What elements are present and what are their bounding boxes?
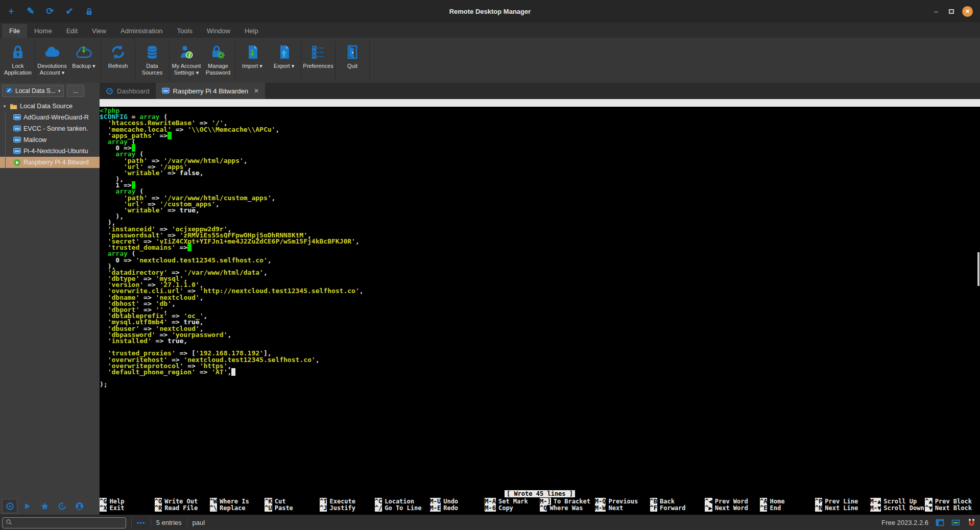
terminal-line: ), (100, 176, 980, 182)
ribbon-manage-password-button[interactable]: ManagePassword (202, 40, 234, 82)
nano-shortcut-next-block: ^▼Next Block (925, 505, 980, 512)
nano-shortcut-label: Redo (443, 505, 458, 512)
tree-item-mailcow[interactable]: SSHMailcow (0, 134, 100, 146)
lock-small-icon[interactable] (84, 6, 94, 16)
connections-icon[interactable] (2, 499, 17, 513)
nano-shortcut-label: Scroll Up (883, 498, 917, 505)
ribbon-separator (101, 41, 101, 81)
tree-root-local-data-source[interactable]: ▾Local Data Source (0, 101, 100, 112)
terminal-line: 'url' => '/custom_apps', (100, 201, 980, 207)
tab-raspberry-pi-4-bitwarden[interactable]: SSHRaspberry Pi 4 Bitwarden✕ (156, 83, 265, 99)
nano-shortcut-label: Forward (660, 505, 686, 512)
tab-close-icon[interactable]: ✕ (254, 87, 259, 94)
magnet-icon[interactable] (967, 518, 976, 527)
nano-shortcut-end: ^EEnd (760, 505, 815, 512)
nano-shortcut-key: M-U (430, 498, 441, 505)
terminal-line: 'url' => '/apps', (100, 164, 980, 170)
menu-home[interactable]: Home (27, 24, 59, 38)
tree-item-adguard-wireguard-r[interactable]: SSHAdGuard-WireGuard-R (0, 112, 100, 123)
tree-item-evcc-sonne-tanken-[interactable]: SSHEVCC - Sonne tanken. (0, 123, 100, 134)
ribbon-data-sources-button[interactable]: DataSources (136, 40, 168, 82)
nano-shortcut-key: ^F (650, 505, 657, 512)
nano-shortcut-exit: ^XExit (100, 505, 155, 512)
ribbon-lock-application-button[interactable]: LockApplication (2, 40, 34, 82)
checkin-icon[interactable]: ✔ (64, 6, 75, 16)
nano-shortcut-label: Set Mark (498, 498, 528, 505)
userinfo-icon: i (178, 43, 195, 61)
favorites-icon[interactable] (37, 499, 52, 513)
terminal-scrollbar-thumb[interactable] (977, 252, 979, 286)
search-input[interactable] (14, 519, 123, 526)
maximize-button[interactable] (949, 9, 954, 14)
terminal-line: 'default_phone_region' => 'AT', (100, 369, 980, 375)
nano-shortcut-label: To Bracket (554, 498, 590, 505)
menu-file[interactable]: File (2, 24, 27, 38)
statusbar-more-button[interactable]: ••• (137, 519, 146, 526)
terminal-line: 'dbtype' => 'mysql', (100, 276, 980, 282)
statusbar-toggle-icon[interactable] (951, 518, 960, 527)
recent-icon (58, 502, 66, 511)
terminal-line: 'datadirectory' => '/var/www/html/data', (100, 270, 980, 276)
ribbon-devolutions-account-button[interactable]: DevolutionsAccount ▾ (36, 40, 68, 82)
menu-edit[interactable]: Edit (59, 24, 85, 38)
caret-down-icon[interactable]: ▾ (2, 104, 7, 109)
layout-icon[interactable] (936, 518, 944, 527)
search-icon (6, 518, 12, 527)
menu-window[interactable]: Window (200, 24, 237, 38)
ribbon-export-button[interactable]: Export ▾ (268, 40, 300, 82)
nano-shortcut-label: Back (660, 498, 675, 505)
sidebar-more-button[interactable]: ... (67, 85, 84, 97)
terminal-line: 'installed' => true, (100, 338, 980, 344)
ribbon-import-button[interactable]: Import ▾ (236, 40, 268, 82)
tree-item-pi-4-nextcloud-ubuntu[interactable]: SSHPi-4-Nextcloud-Ubuntu (0, 146, 100, 157)
nano-buffer[interactable]: <?php$CONFIG = array ( 'htaccess.Rewrite… (100, 107, 980, 490)
add-entry-icon[interactable]: + (6, 6, 16, 16)
terminal-line: 0 => (100, 145, 980, 151)
menu-administration[interactable]: Administration (113, 24, 170, 38)
search-box[interactable] (2, 517, 126, 528)
play-icon[interactable] (19, 499, 35, 513)
refresh-small-icon[interactable]: ⟳ (45, 6, 55, 16)
terminal-line: 'mysql.utf8mb4' => true, (100, 319, 980, 325)
menu-help[interactable]: Help (237, 24, 266, 38)
terminal-line: 'dbpassword' => 'yourpassword', (100, 332, 980, 338)
nano-shortcut-key: ^▶ (705, 505, 712, 512)
user-icon[interactable] (71, 499, 87, 513)
nano-shortcut-key: ^E (760, 505, 767, 512)
door-icon (344, 43, 361, 61)
ribbon-preferences-button[interactable]: Preferences (302, 40, 334, 82)
edit-entry-icon[interactable]: ✎ (26, 6, 36, 16)
nano-shortcut-label: Home (770, 498, 784, 505)
data-source-selector[interactable]: Local Data S... ▾ (2, 85, 64, 97)
nano-shortcut-label: Prev Block (935, 498, 972, 505)
nano-shortcut-label: Execute (329, 498, 355, 505)
ribbon-backup-button[interactable]: Backup ▾ (68, 40, 100, 82)
chevron-down-icon: ▾ (58, 88, 61, 93)
import-icon (244, 43, 260, 61)
nano-shortcut-key: M-Q (595, 498, 606, 505)
nano-shortcut-key: ^J (320, 505, 327, 512)
nano-shortcut-location: ^CLocation (375, 498, 430, 505)
nano-shortcut-key: ^Q (540, 505, 547, 512)
ribbon-refresh-button[interactable]: Refresh (102, 40, 134, 82)
terminal-line: ), (100, 220, 980, 226)
ssh-terminal[interactable]: GNU nano 6.2 /etc/nextcloud/config/confi… (100, 99, 980, 515)
ribbon-quit-label: Quit (347, 63, 357, 69)
close-button[interactable]: ✕ (962, 6, 973, 17)
ribbon-quit-button[interactable]: Quit (337, 40, 368, 82)
terminal-line: 'overwritehost' => 'nextcloud.test12345.… (100, 357, 980, 363)
window-title: Remote Desktop Manager (0, 8, 980, 15)
ribbon-manage-password-label: ManagePassword (206, 63, 230, 76)
menu-tools[interactable]: Tools (170, 24, 199, 38)
ribbon-my-account-settings-button[interactable]: iMy AccountSettings ▾ (171, 40, 202, 82)
nano-shortcut-forward: ^FForward (650, 505, 705, 512)
tree-item-raspberry-pi-4-bitward[interactable]: Raspberry Pi 4 Bitward (0, 157, 100, 168)
tab-dashboard[interactable]: Dashboard (100, 83, 156, 99)
recent-icon[interactable] (54, 499, 69, 513)
terminal-line: 'writable' => true, (100, 207, 980, 213)
minimize-button[interactable]: – (931, 7, 941, 15)
terminal-line: ), (100, 213, 980, 220)
nano-shortcut-label: Prev Line (825, 498, 858, 505)
menu-view[interactable]: View (85, 24, 113, 38)
statusbar: ••• 5 entries paul Free 2023.2.2.6 (0, 515, 980, 530)
